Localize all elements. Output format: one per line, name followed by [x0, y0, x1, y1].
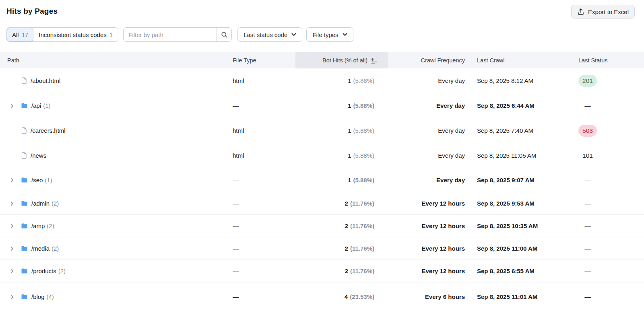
status-badge: 201 [578, 75, 597, 87]
crawl-frequency-cell: Every day [388, 118, 469, 143]
path-count: (2) [47, 222, 54, 229]
bot-hits-cell: 1 (5.88%) [295, 168, 388, 192]
crawl-frequency-cell: Every 12 hours [388, 260, 469, 282]
path-cell: /api (1) [0, 93, 225, 118]
export-to-excel-button[interactable]: Export to Excel [571, 5, 635, 19]
file-type-cell: — [225, 260, 295, 282]
column-header-bot-hits[interactable]: Bot Hits (% of all) [295, 52, 388, 68]
page-title: Hits by Pages [6, 7, 58, 16]
path-label: /careers.html [31, 127, 66, 134]
hits-percent: (11.76%) [350, 245, 374, 252]
tab-all-label: All [12, 31, 19, 38]
file-icon [21, 152, 27, 159]
last-status-code-dropdown[interactable]: Last status code [237, 27, 302, 42]
file-type-cell: — [225, 192, 295, 214]
hits-value: 2 [345, 268, 348, 274]
column-header-file-type[interactable]: File Type [225, 52, 295, 68]
tab-inconsistent-count: 1 [109, 31, 113, 38]
table-row[interactable]: /seo (1) — 1 (5.88%) Every day Sep 8, 20… [0, 168, 644, 192]
last-crawl-cell: Sep 8, 2025 9:07 AM [469, 168, 564, 192]
file-types-label: File types [312, 31, 338, 38]
search-button[interactable] [217, 28, 231, 41]
table-row[interactable]: /admin (2) — 2 (11.76%) Every 12 hours S… [0, 192, 644, 215]
path-cell: /amp (2) [0, 215, 225, 237]
file-type-cell: — [225, 237, 295, 260]
crawl-frequency-cell: Every 12 hours [388, 215, 469, 237]
sort-descending-icon [371, 58, 378, 64]
column-header-path[interactable]: Path [0, 52, 225, 68]
folder-icon [21, 294, 28, 300]
tab-inconsistent-label: Inconsistent status codes [39, 31, 106, 38]
hits-value: 1 [348, 177, 351, 183]
table-header: Path File Type Bot Hits (% of all) Crawl… [0, 52, 644, 68]
table-row[interactable]: /careers.html html 1 (5.88%) Every day S… [0, 118, 644, 143]
path-filter-input[interactable] [124, 28, 217, 41]
bot-hits-cell: 1 (5.88%) [295, 118, 388, 143]
folder-icon [21, 200, 28, 206]
upload-icon [577, 8, 584, 15]
chevron-right-icon[interactable] [10, 224, 21, 229]
export-label: Export to Excel [588, 8, 629, 15]
hits-value: 1 [348, 102, 351, 109]
bot-hits-cell: 2 (11.76%) [295, 260, 388, 282]
hits-percent: (11.76%) [350, 268, 374, 274]
crawl-frequency-cell: Every 12 hours [388, 192, 469, 214]
table-row[interactable]: /news html 1 (5.88%) Every day Sep 8, 20… [0, 143, 644, 168]
path-cell: /media (2) [0, 237, 225, 260]
table-row[interactable]: /products (2) — 2 (11.76%) Every 12 hour… [0, 260, 644, 282]
column-header-crawl-frequency[interactable]: Crawl Frequency [388, 52, 469, 68]
chevron-right-icon[interactable] [10, 178, 21, 183]
path-count: (1) [43, 102, 50, 109]
last-crawl-cell: Sep 8, 2025 6:55 AM [469, 260, 564, 282]
file-type-cell: html [225, 143, 295, 168]
path-count: (4) [47, 293, 54, 300]
chevron-right-icon[interactable] [10, 269, 21, 274]
folder-icon [21, 268, 28, 274]
bot-hits-cell: 2 (11.76%) [295, 215, 388, 237]
hits-value: 1 [348, 152, 351, 159]
hits-value: 2 [345, 222, 348, 229]
tab-all-count: 17 [22, 31, 29, 38]
chevron-right-icon[interactable] [10, 201, 21, 206]
last-status-cell: 201 [564, 68, 644, 93]
chevron-right-icon[interactable] [10, 246, 21, 251]
last-status-code-label: Last status code [244, 31, 287, 38]
hits-percent: (5.88%) [353, 127, 374, 134]
last-status-cell: — [564, 260, 644, 282]
last-crawl-cell: Sep 8, 2025 11:00 AM [469, 237, 564, 260]
table-row[interactable]: /media (2) — 2 (11.76%) Every 12 hours S… [0, 237, 644, 260]
chevron-right-icon[interactable] [10, 103, 21, 108]
path-label: /admin [31, 200, 50, 207]
column-header-last-crawl[interactable]: Last Crawl [469, 52, 564, 68]
file-type-cell: html [225, 118, 295, 143]
status-badge: 503 [578, 125, 597, 137]
path-label: /api [31, 102, 41, 109]
path-label: /blog [31, 293, 45, 300]
column-header-last-status[interactable]: Last Status [564, 52, 644, 68]
last-status-cell: 101 [564, 143, 644, 168]
tab-all[interactable]: All 17 [7, 28, 33, 41]
status-badge: — [578, 174, 597, 186]
path-label: /products [31, 268, 56, 274]
chevron-right-icon[interactable] [10, 295, 21, 299]
crawl-frequency-cell: Every day [388, 68, 469, 93]
file-types-dropdown[interactable]: File types [306, 27, 353, 42]
path-count: (2) [58, 268, 66, 274]
bot-hits-cell: 1 (5.88%) [295, 68, 388, 93]
hits-percent: (23.53%) [350, 293, 374, 300]
status-badge: — [578, 220, 597, 232]
chevron-down-icon [291, 33, 296, 36]
hits-value: 1 [348, 77, 351, 84]
crawl-frequency-cell: Every 6 hours [388, 282, 469, 311]
table-row[interactable]: /amp (2) — 2 (11.76%) Every 12 hours Sep… [0, 215, 644, 237]
file-type-cell: — [225, 215, 295, 237]
status-badge: — [578, 265, 597, 277]
last-status-cell: — [564, 237, 644, 260]
file-type-cell: — [225, 93, 295, 118]
tab-inconsistent-status-codes[interactable]: Inconsistent status codes 1 [33, 28, 118, 41]
table-row[interactable]: /blog (4) — 4 (23.53%) Every 6 hours Sep… [0, 282, 644, 311]
table-row[interactable]: /about.html html 1 (5.88%) Every day Sep… [0, 68, 644, 93]
path-label: /media [31, 245, 50, 252]
table-row[interactable]: /api (1) — 1 (5.88%) Every day Sep 8, 20… [0, 93, 644, 118]
status-badge: — [578, 291, 597, 303]
